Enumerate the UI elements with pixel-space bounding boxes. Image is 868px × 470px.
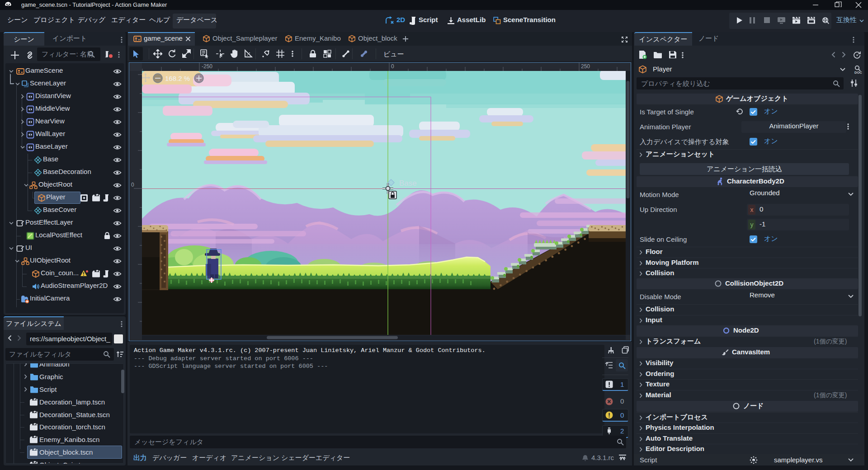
svg-text:250: 250	[581, 63, 590, 70]
svg-text:Base: Base	[399, 179, 417, 188]
svg-text:168.2 %: 168.2 %	[165, 75, 190, 82]
svg-text:DOC: DOC	[854, 70, 862, 75]
svg-text:0: 0	[131, 182, 134, 188]
svg-text:vs: vs	[752, 460, 755, 462]
svg-text:-250: -250	[202, 63, 212, 70]
svg-text:0: 0	[391, 63, 394, 70]
